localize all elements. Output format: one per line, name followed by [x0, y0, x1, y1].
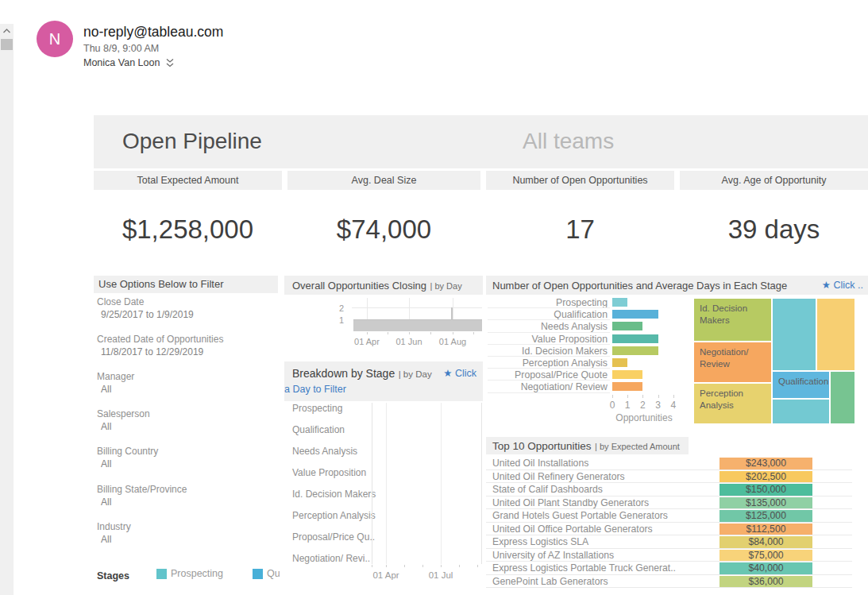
top10-by: | by Expected Amount [595, 442, 680, 451]
filter-value: All [97, 421, 278, 432]
legend-swatch [253, 569, 263, 579]
bar-stage-label: Qualification [486, 309, 608, 320]
bar-axis-tick-label: 0 [604, 400, 620, 411]
opportunity-name: Express Logistics SLA [492, 536, 588, 547]
table-row[interactable]: United Oil Office Portable Generators$11… [486, 523, 852, 536]
treemap-block[interactable]: Id. Decision Makers [694, 299, 771, 341]
gridline [441, 403, 442, 564]
opportunity-name: United Oil Installations [492, 458, 588, 469]
bar-chart-xlabel: Opportunities [612, 412, 676, 423]
filter-item[interactable]: Created Date of Opportunities11/8/2017 t… [97, 334, 278, 357]
bar-mark[interactable] [612, 358, 627, 367]
filter-value: All [97, 534, 278, 545]
opportunity-name: Express Logistics Portable Truck Generat… [492, 562, 676, 574]
bar-mark[interactable] [612, 310, 658, 319]
kpi-value: 17 [486, 190, 674, 269]
filter-item[interactable]: IndustryAll [97, 521, 278, 545]
dashboard-subtitle: All teams [523, 129, 614, 154]
breakdown-filter-link[interactable]: ★ Click [443, 367, 476, 379]
table-row[interactable]: Express Logistics SLA$84,000 [486, 535, 852, 549]
filter-item[interactable]: SalespersonAll [97, 408, 278, 432]
expected-amount-cell: $75,000 [719, 550, 812, 562]
filter-item[interactable]: Close Date9/25/2017 to 1/9/2019 [97, 296, 278, 320]
overall-closing-header: Overall Opportunities Closing | by Day [284, 276, 483, 295]
table-row[interactable]: United Oil Refinery Generators$202,500 [486, 470, 852, 484]
scroll-up-icon[interactable] [2, 28, 11, 34]
bar-mark[interactable] [612, 346, 658, 355]
treemap-block-label: Id. Decision Makers [700, 303, 747, 325]
breakdown-stage-label: Negotiation/ Revi.. [292, 553, 370, 564]
sender-email[interactable]: no-reply@tableau.com [83, 24, 223, 41]
treemap-block[interactable]: Negotiation/ Review [694, 342, 771, 382]
axis-tick [430, 332, 431, 334]
bar-mark[interactable] [612, 322, 642, 330]
filter-value: All [97, 496, 278, 508]
filter-item[interactable]: Billing CountryAll [97, 446, 278, 469]
gridline [481, 403, 482, 564]
table-row[interactable]: United Oil Installations$243,000 [486, 457, 852, 470]
stage-overview-panel: Number of Open Opportunities and Average… [486, 276, 868, 595]
star-icon: ★ [443, 368, 452, 379]
table-row[interactable]: United Oil Plant Standby Generators$135,… [486, 496, 852, 510]
avatar-initial: N [49, 30, 60, 48]
stage-overview-filter-link[interactable]: ★ Click .. [822, 276, 863, 295]
axis-tick [409, 332, 410, 334]
treemap-block[interactable]: Perception Analysis [694, 384, 771, 423]
expected-amount-cell: $135,000 [719, 497, 812, 509]
kpi-label: Avg. Deal Size [287, 171, 480, 190]
breakdown-filter-link-line2[interactable]: a Day to Filter [284, 384, 346, 395]
bar-mark[interactable] [612, 370, 642, 379]
bar-axis-tick-label: 4 [665, 400, 681, 411]
avatar[interactable]: N [37, 21, 73, 57]
filter-label: Industry [97, 521, 278, 532]
filter-item[interactable]: Billing State/ProvinceAll [97, 484, 278, 508]
overall-spike-mark[interactable] [451, 307, 453, 319]
axis-tick [658, 395, 659, 398]
kpi-value: $74,000 [287, 190, 480, 269]
expected-amount-cell: $36,000 [719, 576, 812, 588]
overall-area-mark[interactable] [353, 319, 482, 331]
overall-xtick-jun: 01 Jun [392, 337, 426, 346]
filter-value: All [97, 458, 278, 469]
breakdown-stage-label: Needs Analysis [292, 446, 357, 457]
stages-legend: Stages ProspectingQualification [97, 568, 280, 582]
filter-label: Billing Country [97, 446, 278, 457]
bar-mark[interactable] [612, 382, 642, 391]
table-row[interactable]: GenePoint Lab Generators$36,000 [486, 575, 852, 589]
bar-stage-label: Id. Decision Makers [486, 346, 608, 357]
recipient-row[interactable]: Monica Van Loon [83, 57, 175, 68]
overall-closing-by: | by Day [430, 281, 462, 291]
table-row[interactable]: State of Calif Dashboards$150,000 [486, 483, 852, 496]
opportunity-name: University of AZ Installations [492, 550, 614, 561]
treemap-block-unlabeled[interactable] [773, 400, 829, 423]
filter-item[interactable]: ManagerAll [97, 371, 278, 395]
dashboard-titlebar: Open Pipeline All teams [94, 115, 868, 168]
breakdown-stage-label: Perception Analysis [292, 510, 376, 521]
treemap-block-unlabeled[interactable] [831, 372, 854, 423]
bar-stage-label: Perception Analysis [486, 357, 608, 369]
overall-xtick-apr: 01 Apr [349, 337, 384, 346]
bar-mark[interactable] [612, 334, 658, 343]
scrollbar-thumb[interactable] [1, 39, 13, 50]
treemap-block[interactable]: Qualification [773, 372, 829, 398]
chevron-double-down-icon[interactable] [165, 58, 175, 68]
kpi-card: Avg. Deal Size$74,000 [287, 171, 480, 269]
treemap-block-unlabeled[interactable] [817, 299, 854, 370]
treemap-block-unlabeled[interactable] [773, 299, 816, 370]
gridline [372, 403, 372, 564]
table-row[interactable]: Grand Hotels Guest Portable Generators$1… [486, 509, 852, 523]
breakdown-xtick-jul: 01 Jul [423, 570, 458, 580]
bar-mark[interactable] [612, 298, 627, 307]
axis-tick [441, 565, 442, 567]
kpi-card: Total Expected Amount$1,258,000 [94, 171, 282, 269]
table-row[interactable]: Express Logistics Portable Truck Generat… [486, 562, 852, 575]
table-row[interactable]: University of AZ Installations$75,000 [486, 549, 852, 562]
overall-closing-title: Overall Opportunities Closing [292, 280, 426, 292]
dashboard-image[interactable]: Open Pipeline All teams Total Expected A… [94, 115, 868, 595]
treemap-block-label: Negotiation/ Review [700, 347, 748, 369]
filter-panel: Use Options Below to Filter Close Date9/… [94, 276, 280, 595]
stage-treemap: Id. Decision MakersNegotiation/ ReviewPe… [694, 299, 854, 423]
breakdown-title: Breakdown by Stage [292, 367, 395, 380]
vertical-scrollbar[interactable] [0, 24, 14, 595]
filter-value: 11/8/2017 to 12/29/2019 [97, 346, 278, 357]
